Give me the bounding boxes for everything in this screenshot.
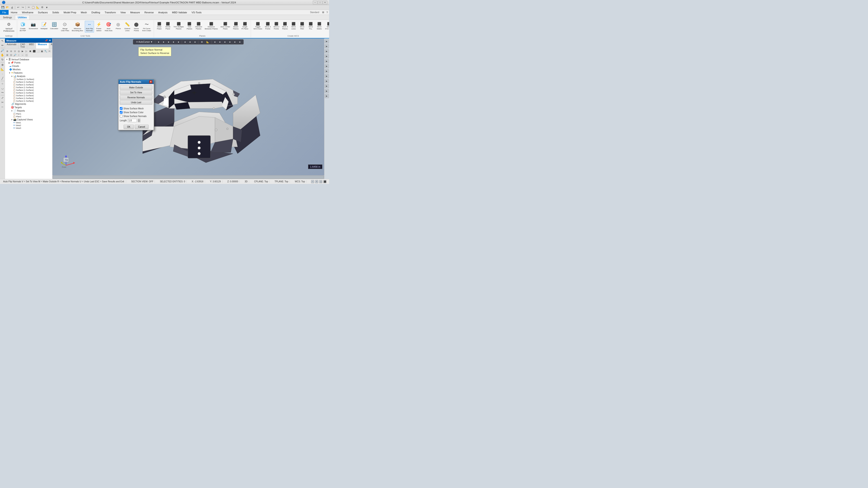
vp-view5[interactable]: ● — [232, 40, 237, 44]
ribbon-btn-trim-multiple-planes[interactable]: ⬛ Trim MultiplePlanes — [173, 21, 185, 31]
tree-tool-18[interactable]: ◻ — [25, 53, 28, 57]
tab-automate[interactable]: Automate — [5, 43, 19, 48]
tool-rotate[interactable]: ↻ — [0, 58, 4, 62]
ribbon-btn-single-pt-plane[interactable]: ⬛ SinglePt Plane — [240, 21, 249, 31]
qat-settings[interactable]: ⚙ — [40, 5, 44, 9]
status-view-btn1[interactable]: ◻ — [319, 180, 322, 183]
vp-autocursor-btn[interactable]: ✛ AutoCursor ▼ — [134, 40, 154, 44]
qat-cut[interactable]: ✂ — [27, 5, 31, 9]
ribbon-btn-merge-cad[interactable]: ⛒ MergeCAD Files — [60, 21, 70, 33]
ribbon-btn-bisect-planes[interactable]: ⬛ BisectPlanes — [232, 21, 240, 31]
tree-tool-1[interactable]: ⊕ — [5, 49, 9, 53]
menu-home[interactable]: Home — [8, 10, 20, 15]
ribbon-btn-trim-planes[interactable]: ⬛ TrimPlanes — [185, 21, 193, 31]
tree-tool-9[interactable]: ⬜ — [36, 49, 40, 53]
tree-targets[interactable]: 🎯 Targets — [5, 106, 52, 109]
ribbon-btn-shrink-plane[interactable]: ⬛ ShrinkPlane — [164, 21, 172, 31]
tree-tool-15[interactable]: 🔎 — [13, 53, 17, 57]
tool-measure-dist[interactable]: 📐 — [0, 67, 4, 71]
tool-zoom[interactable]: 🔎 — [0, 48, 4, 53]
vp-snap7[interactable]: ● — [188, 40, 192, 44]
dialog-ok-btn[interactable]: OK — [124, 125, 133, 129]
dialog-close-btn[interactable]: ✕ — [149, 80, 152, 84]
vp-view3[interactable]: ● — [223, 40, 227, 44]
menu-file[interactable]: File — [0, 10, 8, 15]
close-button[interactable]: ✕ — [323, 1, 327, 4]
ribbon-btn-wcs-3points[interactable]: ⬛ WCS 3Points — [264, 21, 272, 31]
ribbon-btn-wcs-3planes[interactable]: ⬛ WCS 3Planes — [281, 21, 289, 31]
qat-open[interactable]: 📂 — [5, 5, 9, 9]
tree-tool-10[interactable]: ▣ — [40, 49, 43, 53]
ribbon-btn-pierce[interactable]: ◎ Pierce — [114, 21, 123, 31]
dialog-show-surface-color-row[interactable]: Show Surface Color — [120, 111, 152, 114]
status-view-btn2[interactable]: ⬛ — [323, 180, 327, 183]
ribbon-btn-min-bbox[interactable]: 📦 MinimumBounding Box — [71, 21, 84, 33]
ribbon-btn-notepad[interactable]: 📝 Notepad — [39, 21, 49, 31]
tree-surface-9[interactable]: 📋 Surface (1 Surface) — [5, 100, 52, 102]
ribbon-btn-intersect-planes[interactable]: ⬛ IntersectPlanes — [194, 21, 203, 31]
menu-view[interactable]: View — [118, 10, 128, 15]
vp-view2[interactable]: ● — [218, 40, 222, 44]
vp-snap4[interactable]: ● — [171, 40, 176, 44]
right-panel-btn-4[interactable]: ▶ — [325, 54, 329, 58]
ribbon-btn-fit-curve-chain[interactable]: 〜 Fit Curvefrom Chain — [141, 21, 152, 33]
menu-measure[interactable]: Measure — [128, 10, 142, 15]
auto-flip-normals-dialog[interactable]: Auto Flip Normals ✕ Make Outside Set To … — [118, 79, 154, 130]
menu-drafting[interactable]: Drafting — [89, 10, 102, 15]
menu-surfaces[interactable]: Surfaces — [36, 10, 50, 15]
dialog-show-surface-color-checkbox[interactable] — [120, 111, 123, 113]
tree-analysis[interactable]: ▼ 📊 Analysis — [5, 74, 52, 78]
menu-wireframe[interactable]: Wireframe — [20, 10, 36, 15]
vp-snap2[interactable]: ● — [161, 40, 166, 44]
tree-view3[interactable]: 👁 View3 — [5, 127, 52, 129]
tree-alignments[interactable]: 🔗 Alignments — [5, 102, 52, 106]
status-zoom-in[interactable]: + — [315, 180, 318, 183]
tab-mbd[interactable]: MBD — [27, 43, 36, 48]
menu-model-prep[interactable]: Model Prep — [61, 10, 79, 15]
ribbon-btn-wcs-2points[interactable]: ⬛ WCS 2Points — [272, 21, 281, 31]
ribbon-btn-calculator[interactable]: 🔢 Calculator — [49, 21, 59, 31]
dialog-make-outside-btn[interactable]: Make Outside — [120, 86, 152, 90]
tree-surface-6[interactable]: 📋 Surface (1 Surface) — [5, 92, 52, 94]
ribbon-btn-auto-hole-axis[interactable]: 🎯 AutoHole-Axis — [103, 21, 114, 33]
ribbon-btn-screenshot[interactable]: 📷 Screenshot — [28, 21, 39, 31]
tree-features[interactable]: ▼ ✦ Features — [5, 71, 52, 74]
ribbon-btn-extend-lines[interactable]: 📏 ExtendLines — [123, 21, 131, 33]
dialog-length-down[interactable]: ▼ — [138, 121, 141, 122]
tool-circle[interactable]: ○ — [0, 82, 4, 86]
ribbon-btn-wcs-lines[interactable]: ⬛ WCSLines — [289, 21, 298, 31]
maximize-button[interactable]: □ — [318, 1, 322, 4]
tree-surface-1[interactable]: 📋 Surface (1 Surface) — [5, 78, 52, 80]
tree-captured-views[interactable]: ▼ 📸 Captured Views — [5, 118, 52, 121]
menu-analysis[interactable]: Analysis — [156, 10, 170, 15]
tree-surface-2[interactable]: 📋 Surface (1 Surface) — [5, 80, 52, 84]
dialog-title-bar[interactable]: Auto Flip Normals ✕ — [119, 79, 154, 84]
ribbon-btn-wcs-xyz-abc[interactable]: ⬛ WCSXYZ-ABC — [324, 21, 329, 31]
tool-snap[interactable]: ⊕ — [0, 63, 4, 67]
tree-tool-3[interactable]: ⊙ — [13, 49, 17, 53]
ribbon-help-btn[interactable]: ? — [325, 10, 329, 14]
minimize-button[interactable]: ─ — [313, 1, 317, 4]
tree-tool-4[interactable]: ◎ — [17, 49, 21, 53]
tree-plan1[interactable]: 📋 Plan1 — [5, 112, 52, 115]
tool-point[interactable]: · — [0, 72, 4, 76]
tree-tool-12[interactable]: ✏ — [48, 49, 51, 53]
dialog-show-surface-mesh-row[interactable]: Show Surface Mesh — [120, 107, 152, 110]
ribbon-btn-power-select[interactable]: ⚡ PowerSelect — [94, 21, 103, 33]
tool-pan[interactable]: ✋ — [0, 53, 4, 57]
menu-transform[interactable]: Transform — [102, 10, 118, 15]
tree-tool-2[interactable]: ⊖ — [9, 49, 13, 53]
ribbon-btn-create-3dpdf[interactable]: 🧊 Create3D PDF — [19, 21, 27, 33]
right-panel-btn-1[interactable]: ▶ — [325, 39, 329, 43]
tree-tool-6[interactable]: ▷ — [25, 49, 28, 53]
status-zoom-out[interactable]: − — [311, 180, 314, 183]
tab-utilities[interactable]: Utilities — [15, 15, 30, 20]
tree-tool-11[interactable]: 🔧 — [44, 49, 48, 53]
tree-tool-5[interactable]: ▶ — [21, 49, 24, 53]
right-panel-btn-3[interactable]: ▶ — [325, 49, 329, 53]
tool-extend[interactable]: ↔ — [0, 105, 4, 109]
viewport-scrollbar[interactable] — [53, 175, 324, 179]
dialog-length-input[interactable] — [128, 119, 137, 122]
ribbon-btn-distance-between-planes[interactable]: ⬛ DistanceBetween Planes — [204, 21, 219, 31]
tree-verisurf-db[interactable]: ▼ 🗄 Verisurf Database — [5, 58, 52, 61]
